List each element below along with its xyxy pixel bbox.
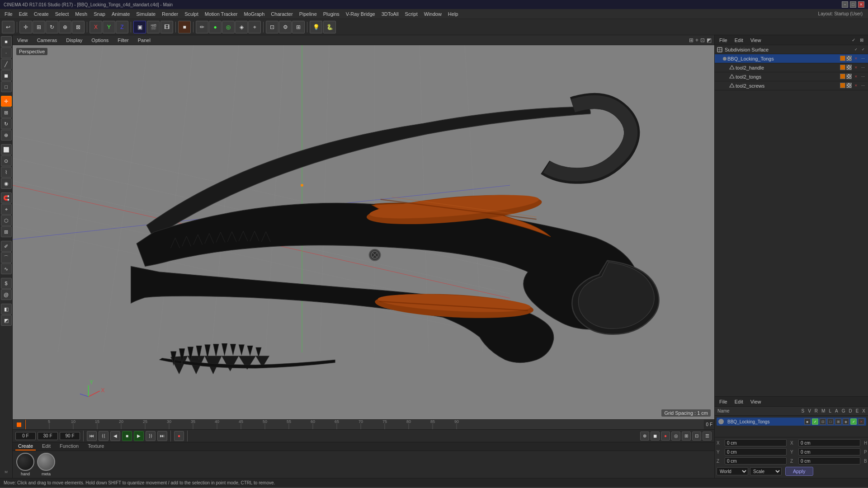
om-handle-x[interactable]: ✕: [853, 65, 859, 71]
box-select[interactable]: ⬜: [1, 144, 12, 155]
tab-create[interactable]: Create: [15, 442, 36, 450]
menu-render[interactable]: Render: [159, 10, 181, 18]
om-bbq-mat[interactable]: [846, 56, 852, 61]
maximize-button[interactable]: □: [850, 1, 856, 8]
om-menu-view[interactable]: View: [749, 37, 763, 43]
am-icon-1[interactable]: ■: [804, 418, 811, 425]
am-menu-file[interactable]: File: [717, 399, 729, 405]
selection-mode-poly[interactable]: ◼: [1, 70, 12, 81]
om-subd-render[interactable]: ✓: [860, 47, 866, 53]
om-subd-vis[interactable]: ✓: [853, 47, 859, 53]
om-tongs-mat[interactable]: [846, 74, 852, 79]
rotate-tool[interactable]: ↻: [46, 21, 58, 33]
am-icon-7[interactable]: ✓: [850, 418, 857, 425]
selection-mode-uv[interactable]: □: [1, 81, 12, 92]
menu-plugins[interactable]: Plugins: [321, 10, 342, 18]
menu-script[interactable]: Script: [402, 10, 420, 18]
knife-tool[interactable]: ⌖: [248, 21, 261, 33]
menu-motion-tracker[interactable]: Motion Tracker: [202, 10, 241, 18]
menu-pipeline[interactable]: Pipeline: [297, 10, 320, 18]
viewport-hq-icon[interactable]: ◩: [707, 37, 712, 43]
coord-z-size[interactable]: [798, 457, 860, 465]
selection-mode-point[interactable]: ·: [1, 47, 12, 58]
material-tool[interactable]: ◩: [1, 315, 12, 326]
end-frame-input[interactable]: [60, 432, 80, 440]
scale-tool[interactable]: ⊞: [33, 21, 45, 33]
om-menu-edit[interactable]: Edit: [733, 37, 745, 43]
apply-button[interactable]: Apply: [785, 467, 813, 476]
menu-file[interactable]: File: [2, 10, 15, 18]
menu-create[interactable]: Create: [31, 10, 52, 18]
start-frame-input[interactable]: [15, 432, 36, 440]
coord-y-size[interactable]: [798, 448, 860, 455]
brush-tool[interactable]: ◎: [222, 21, 235, 33]
scale-system-select[interactable]: Scale Size: [750, 467, 782, 475]
render-view[interactable]: 🎬: [147, 21, 160, 33]
om-icon-2[interactable]: ⊠: [858, 37, 865, 44]
snap-enable[interactable]: ⊡: [266, 21, 278, 33]
menu-snap[interactable]: Snap: [91, 10, 108, 18]
transport-icon-3[interactable]: ●: [661, 432, 670, 441]
om-tongs-color[interactable]: [840, 74, 845, 79]
play-button[interactable]: ▶: [134, 431, 144, 441]
material-ball-hand[interactable]: [16, 453, 34, 471]
tab-edit[interactable]: Edit: [39, 442, 53, 450]
light-tool[interactable]: 💡: [310, 21, 322, 33]
undo-button[interactable]: ↩: [2, 21, 14, 33]
bridge-tool[interactable]: ⊞: [1, 226, 12, 237]
om-screws-color[interactable]: [840, 83, 845, 88]
menu-character[interactable]: Character: [268, 10, 295, 18]
pen-tool[interactable]: ✏: [196, 21, 208, 33]
om-row-handle[interactable]: tool2_handle ✕ ⋯: [715, 63, 868, 72]
om-bbq-color[interactable]: [840, 56, 845, 61]
viewport-settings-icon[interactable]: ⊡: [700, 37, 705, 43]
path-select[interactable]: ⌇: [1, 167, 12, 178]
viewport-menu-filter[interactable]: Filter: [116, 37, 130, 43]
transform-tool-side[interactable]: ⊕: [1, 130, 12, 141]
om-row-screws[interactable]: tool2_screws ✕ ⋯: [715, 81, 868, 90]
scale-tool-side[interactable]: ⊞: [1, 107, 12, 118]
record-button[interactable]: ●: [174, 431, 184, 441]
om-tongs-dots[interactable]: ⋯: [860, 74, 866, 80]
selection-mode-edge[interactable]: ╱: [1, 59, 12, 70]
tab-function[interactable]: Function: [57, 442, 81, 450]
prev-keyframe-button[interactable]: ⟨⟨: [99, 431, 108, 441]
live-select[interactable]: ⊙: [1, 155, 12, 166]
viewport-menu-panel[interactable]: Panel: [136, 37, 152, 43]
next-keyframe-button[interactable]: ⟩⟩: [146, 431, 156, 441]
material-hand[interactable]: hand: [16, 453, 34, 476]
transport-icon-4[interactable]: ◎: [671, 432, 680, 441]
am-icon-2[interactable]: ✓: [812, 418, 818, 425]
go-to-start-button[interactable]: ⏮: [87, 431, 97, 441]
om-row-tongs[interactable]: tool2_tongs ✕ ⋯: [715, 72, 868, 81]
axis-z[interactable]: Z: [116, 21, 128, 33]
coord-z-pos[interactable]: [725, 457, 787, 465]
axis-y[interactable]: Y: [103, 21, 115, 33]
fps-input[interactable]: [38, 432, 58, 440]
paint-tool[interactable]: ●: [209, 21, 222, 33]
play-back-button[interactable]: ◀: [110, 431, 120, 441]
transport-icon-6[interactable]: ⊡: [692, 432, 701, 441]
menu-animate[interactable]: Animate: [109, 10, 132, 18]
coord-x-pos[interactable]: [725, 439, 787, 446]
am-icon-8[interactable]: ✕: [858, 418, 864, 425]
render-all[interactable]: 🎞: [160, 21, 173, 33]
am-icon-3[interactable]: ⊡: [820, 418, 826, 425]
menu-edit[interactable]: Edit: [16, 10, 30, 18]
viewport-menu-display[interactable]: Display: [64, 37, 84, 43]
om-handle-color[interactable]: [840, 65, 845, 70]
texture-tool[interactable]: ◧: [1, 304, 12, 314]
material-meta[interactable]: meta: [37, 453, 55, 476]
knife-tool-side[interactable]: ⌖: [1, 204, 12, 215]
om-screws-mat[interactable]: [846, 83, 852, 88]
select-all[interactable]: ⊠: [72, 21, 85, 33]
viewport-menu-options[interactable]: Options: [90, 37, 110, 43]
go-to-end-button[interactable]: ⏭: [157, 431, 167, 441]
selection-mode-model[interactable]: ■: [1, 36, 12, 47]
coord-x-size[interactable]: [798, 439, 860, 446]
menu-mesh[interactable]: Mesh: [72, 10, 90, 18]
close-button[interactable]: ✕: [858, 1, 864, 8]
om-screws-dots[interactable]: ⋯: [860, 83, 866, 89]
coord-system-select[interactable]: World Local Object: [717, 467, 748, 475]
material-ball-meta[interactable]: [37, 453, 55, 471]
